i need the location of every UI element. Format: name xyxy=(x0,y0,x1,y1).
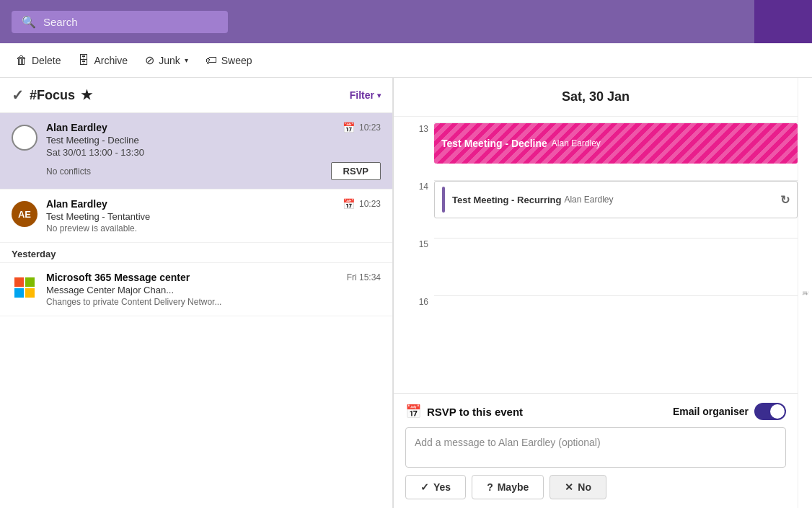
sender-2: Alan Eardley xyxy=(46,198,107,210)
rsvp-title-area: 📅 RSVP to this event xyxy=(405,404,523,419)
preview-ms: Changes to private Content Delivery Netw… xyxy=(46,297,381,307)
email-panel: ✓ #Focus ★ Filter ▾ Alan Eardley 📅 10:23 xyxy=(0,78,393,508)
avatar-radio-1 xyxy=(12,125,37,151)
junk-chevron-icon: ▾ xyxy=(185,56,188,64)
recurring-icon: ↻ xyxy=(780,193,790,207)
event-recurring-title: Test Meeting - Recurring xyxy=(452,195,561,205)
rsvp-event-title: RSVP to this event xyxy=(427,406,523,418)
sweep-label: Sweep xyxy=(221,55,252,66)
no-conflicts-1: No conflicts xyxy=(46,166,91,177)
rsvp-yes-button[interactable]: ✓ Yes xyxy=(405,475,466,499)
rsvp-message-placeholder: Add a message to Alan Eardley (optional) xyxy=(415,437,601,448)
time-line-13: Test Meeting - Decline Alan Eardley xyxy=(434,122,798,180)
recurring-stripe xyxy=(442,187,445,213)
delete-icon: 🗑 xyxy=(16,54,27,67)
cal-body: 13 Test Meeting - Decline Alan Eardley 1… xyxy=(394,117,798,393)
search-icon: 🔍 xyxy=(22,15,36,29)
yesterday-label: Yesterday xyxy=(0,243,392,263)
filter-chevron-icon: ▾ xyxy=(377,92,381,99)
time-row-15: 15 xyxy=(400,238,798,295)
junk-button[interactable]: ⊘ Junk ▾ xyxy=(138,49,195,71)
email-organiser-toggle[interactable] xyxy=(754,403,786,420)
email-organiser-label: Email organiser xyxy=(673,406,749,417)
time-line-15 xyxy=(434,238,798,295)
archive-button[interactable]: 🗄 Archive xyxy=(71,50,135,71)
top-right-bar xyxy=(754,0,812,43)
rsvp-row-1: No conflicts RSVP xyxy=(46,162,381,180)
time-label-16: 16 xyxy=(400,295,434,307)
subject-ms: Message Center Major Chan... xyxy=(46,285,381,295)
rsvp-maybe-button[interactable]: ? Maybe xyxy=(472,475,544,499)
email-row1-1: Alan Eardley 📅 10:23 xyxy=(46,122,381,133)
delete-label: Delete xyxy=(32,55,61,66)
calendar-event-recurring[interactable]: Test Meeting - Recurring Alan Eardley ↻ xyxy=(434,181,798,218)
calendar-event-decline[interactable]: Test Meeting - Decline Alan Eardley xyxy=(434,123,798,164)
check-icon: ✓ xyxy=(12,86,24,104)
main-layout: ✓ #Focus ★ Filter ▾ Alan Eardley 📅 10:23 xyxy=(0,78,812,508)
subject-2: Test Meeting - Tentantive xyxy=(46,211,381,222)
focus-section-label: #Focus xyxy=(30,88,75,103)
email-meta-1: 📅 10:23 xyxy=(343,122,381,133)
filter-button[interactable]: Filter ▾ xyxy=(350,89,381,101)
time-row-16: 16 xyxy=(400,295,798,353)
right-sliver-text: it xyxy=(801,291,810,295)
time-label-14: 14 xyxy=(400,180,434,192)
focus-title: ✓ #Focus ★ xyxy=(12,86,92,104)
maybe-label: Maybe xyxy=(498,481,529,493)
delete-button[interactable]: 🗑 Delete xyxy=(9,50,68,71)
rsvp-message-input[interactable]: Add a message to Alan Eardley (optional) xyxy=(405,427,786,468)
rsvp-calendar-icon: 📅 xyxy=(405,404,421,419)
toolbar: 🗑 Delete 🗄 Archive ⊘ Junk ▾ 🏷 Sweep xyxy=(0,43,812,78)
email-content-ms: Microsoft 365 Message center Fri 15:34 M… xyxy=(46,272,381,307)
star-icon: ★ xyxy=(81,87,92,103)
archive-label: Archive xyxy=(94,55,128,66)
email-content-1: Alan Eardley 📅 10:23 Test Meeting - Decl… xyxy=(46,122,381,180)
email-row1-2: Alan Eardley 📅 10:23 xyxy=(46,198,381,210)
event-recurring-organiser: Alan Eardley xyxy=(564,195,613,205)
rsvp-no-button[interactable]: ✕ No xyxy=(550,475,606,499)
search-placeholder: Search xyxy=(43,16,78,28)
junk-label: Junk xyxy=(159,55,180,66)
search-box[interactable]: 🔍 Search xyxy=(12,11,228,33)
sweep-button[interactable]: 🏷 Sweep xyxy=(198,50,260,71)
event-decline-organiser: Alan Eardley xyxy=(552,138,601,148)
avatar-ae: AE xyxy=(12,201,37,227)
yes-label: Yes xyxy=(433,481,451,493)
time-ms: Fri 15:34 xyxy=(347,272,381,282)
top-bar: 🔍 Search xyxy=(0,0,812,43)
email-item-1[interactable]: Alan Eardley 📅 10:23 Test Meeting - Decl… xyxy=(0,113,392,190)
preview-2: No preview is available. xyxy=(46,223,381,233)
email-item-2[interactable]: AE Alan Eardley 📅 10:23 Test Meeting - T… xyxy=(0,190,392,243)
subject-1: Test Meeting - Decline xyxy=(46,135,381,146)
no-x-icon: ✕ xyxy=(565,481,573,493)
email-meta-2: 📅 10:23 xyxy=(343,198,381,210)
email-item-ms[interactable]: Microsoft 365 Message center Fri 15:34 M… xyxy=(0,263,392,316)
junk-icon: ⊘ xyxy=(145,53,154,67)
rsvp-inline-button-1[interactable]: RSVP xyxy=(331,162,381,180)
sender-ms: Microsoft 365 Message center xyxy=(46,272,190,283)
email-content-2: Alan Eardley 📅 10:23 Test Meeting - Tent… xyxy=(46,198,381,233)
time-line-16 xyxy=(434,295,798,324)
right-sliver: it xyxy=(798,78,812,508)
email-row1-ms: Microsoft 365 Message center Fri 15:34 xyxy=(46,272,381,283)
event-decline-title: Test Meeting - Decline xyxy=(441,138,547,149)
time-label-13: 13 xyxy=(400,122,434,134)
cal-date-header: Sat, 30 Jan xyxy=(394,78,798,117)
time-2: 10:23 xyxy=(359,199,381,209)
recurring-event-left: Test Meeting - Recurring Alan Eardley xyxy=(442,187,614,213)
ms-avatar xyxy=(12,275,37,300)
calendar-icon-1: 📅 xyxy=(343,122,355,133)
archive-icon: 🗄 xyxy=(78,54,89,67)
calendar-icon-2: 📅 xyxy=(343,198,355,210)
no-label: No xyxy=(578,481,591,493)
time-1: 10:23 xyxy=(359,122,381,133)
time-row-14: 14 Test Meeting - Recurring Alan Eardley… xyxy=(400,180,798,238)
calendar-panel: Sat, 30 Jan 13 Test Meeting - Decline Al… xyxy=(393,78,798,508)
time-line-14: Test Meeting - Recurring Alan Eardley ↻ xyxy=(434,180,798,238)
maybe-question-icon: ? xyxy=(487,481,493,493)
toggle-knob xyxy=(770,404,785,419)
focus-header: ✓ #Focus ★ Filter ▾ xyxy=(0,78,392,113)
rsvp-top: 📅 RSVP to this event Email organiser xyxy=(405,403,786,420)
time-row-13: 13 Test Meeting - Decline Alan Eardley xyxy=(400,122,798,180)
sweep-icon: 🏷 xyxy=(206,54,217,67)
